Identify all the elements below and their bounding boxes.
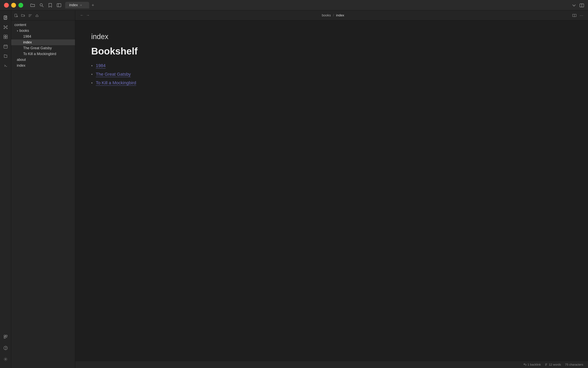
sidebar-toolbar — [11, 10, 75, 20]
bookmark-icon[interactable] — [48, 3, 52, 8]
close-button[interactable] — [4, 3, 9, 8]
list-item: The Great Gatsby — [91, 72, 572, 77]
status-backlinks-label: 1 backlink — [528, 363, 541, 366]
nav-arrows: ← → — [80, 13, 90, 18]
doc-list: 1984 The Great Gatsby To Kill a Mockingb… — [91, 63, 572, 86]
sidebar: content ▾ books 1984 index The Great Gat… — [11, 10, 75, 368]
activity-settings-icon[interactable] — [2, 355, 9, 363]
traffic-lights — [4, 3, 23, 8]
svg-line-17 — [5, 28, 5, 28]
main-layout: content ▾ books 1984 index The Great Gat… — [0, 10, 588, 368]
sidebar-item-books-label: books — [19, 29, 29, 33]
header-right-icons: ⋯ — [572, 13, 583, 18]
svg-rect-28 — [4, 335, 5, 337]
svg-line-1 — [42, 6, 44, 7]
svg-rect-19 — [4, 35, 5, 37]
titlebar: index × + — [0, 0, 588, 10]
activity-plugin-icon[interactable] — [2, 333, 9, 341]
titlebar-right — [572, 3, 584, 7]
sidebar-item-gatsby[interactable]: The Great Gatsby — [11, 45, 75, 51]
sidebar-item-content[interactable]: content — [11, 22, 75, 28]
status-characters-label: 75 characters — [565, 363, 583, 366]
editor-body: index Bookshelf 1984 The Great Gatsby To… — [75, 20, 588, 361]
new-file-icon[interactable] — [14, 13, 18, 18]
activity-files-icon[interactable] — [2, 52, 9, 60]
doc-heading: Bookshelf — [91, 46, 572, 57]
svg-rect-23 — [4, 45, 7, 48]
new-folder-icon[interactable] — [21, 13, 25, 18]
editor-header: ← → books / index ⋯ — [75, 10, 588, 20]
svg-point-12 — [7, 26, 7, 27]
list-item: To Kill a Mockingbird — [91, 80, 572, 86]
activity-help-icon[interactable] — [2, 344, 9, 352]
svg-point-13 — [4, 28, 5, 29]
sidebar-item-books[interactable]: ▾ books — [11, 28, 75, 34]
sidebar-item-index[interactable]: index — [11, 39, 75, 45]
sidebar-item-about[interactable]: about — [11, 57, 75, 63]
maximize-button[interactable] — [18, 3, 23, 8]
sidebar-item-content-label: content — [14, 23, 26, 27]
more-options-icon[interactable]: ⋯ — [579, 13, 583, 18]
link-1984[interactable]: 1984 — [96, 63, 105, 68]
svg-line-15 — [5, 27, 5, 27]
status-backlinks[interactable]: 1 backlink — [524, 363, 541, 366]
list-item: 1984 — [91, 63, 572, 68]
tab-label: index — [69, 3, 78, 7]
svg-rect-2 — [57, 4, 61, 7]
activity-terminal-icon[interactable] — [2, 62, 9, 70]
breadcrumb-current: index — [336, 13, 344, 17]
minimize-button[interactable] — [11, 3, 16, 8]
read-mode-icon[interactable] — [572, 13, 576, 18]
svg-point-0 — [40, 4, 42, 6]
activity-pages-icon[interactable] — [2, 14, 9, 22]
breadcrumb-parent[interactable]: books — [322, 13, 331, 17]
svg-point-11 — [4, 26, 5, 27]
svg-rect-30 — [4, 337, 5, 338]
svg-rect-20 — [6, 35, 7, 37]
sidebar-item-1984-label: 1984 — [23, 34, 31, 39]
sidebar-item-gatsby-label: The Great Gatsby — [23, 46, 52, 50]
svg-rect-22 — [6, 37, 7, 39]
tab-add-button[interactable]: + — [92, 3, 94, 8]
svg-line-16 — [6, 27, 7, 27]
svg-rect-29 — [6, 335, 7, 337]
sort-icon[interactable] — [28, 13, 32, 18]
svg-rect-21 — [4, 37, 5, 39]
sidebar-content: content ▾ books 1984 index The Great Gat… — [11, 20, 75, 368]
layout-icon[interactable] — [57, 3, 61, 8]
sidebar-item-1984[interactable]: 1984 — [11, 34, 75, 39]
activity-graph-icon[interactable] — [2, 23, 9, 31]
sidebar-item-index-root-label: index — [17, 64, 25, 68]
svg-point-33 — [5, 359, 6, 360]
sidebar-item-about-label: about — [17, 58, 26, 62]
nav-forward-icon[interactable]: → — [86, 13, 90, 18]
doc-title[interactable]: index — [91, 32, 572, 41]
tab-index[interactable]: index × — [65, 2, 89, 9]
link-gatsby[interactable]: The Great Gatsby — [96, 72, 131, 77]
folder-icon[interactable] — [30, 3, 35, 8]
split-view-icon[interactable] — [579, 3, 584, 7]
status-characters: 75 characters — [565, 363, 583, 366]
svg-point-10 — [5, 27, 6, 28]
sidebar-item-index-label: index — [23, 40, 32, 45]
svg-point-14 — [7, 28, 7, 29]
status-words-label: 12 words — [549, 363, 561, 366]
breadcrumb: books / index — [94, 13, 572, 18]
content-area: ← → books / index ⋯ — [75, 10, 588, 368]
search-icon[interactable] — [40, 3, 44, 8]
titlebar-icons — [30, 3, 61, 8]
sidebar-item-mockingbird[interactable]: To Kill a Mockingbird — [11, 51, 75, 57]
collapse-icon[interactable] — [35, 13, 39, 18]
sidebar-item-mockingbird-label: To Kill a Mockingbird — [23, 52, 56, 56]
link-mockingbird[interactable]: To Kill a Mockingbird — [96, 80, 136, 86]
sidebar-item-index-root[interactable]: index — [11, 63, 75, 68]
tab-close-icon[interactable]: × — [80, 4, 82, 7]
svg-line-18 — [6, 28, 7, 28]
activity-calendar-icon[interactable] — [2, 42, 9, 50]
tabs-area: index × + — [65, 2, 572, 9]
activity-bar — [0, 10, 11, 368]
chevron-down-icon: ▾ — [17, 29, 18, 32]
activity-grid-icon[interactable] — [2, 33, 9, 41]
nav-back-icon[interactable]: ← — [80, 13, 84, 18]
chevron-down-icon[interactable] — [572, 3, 576, 7]
